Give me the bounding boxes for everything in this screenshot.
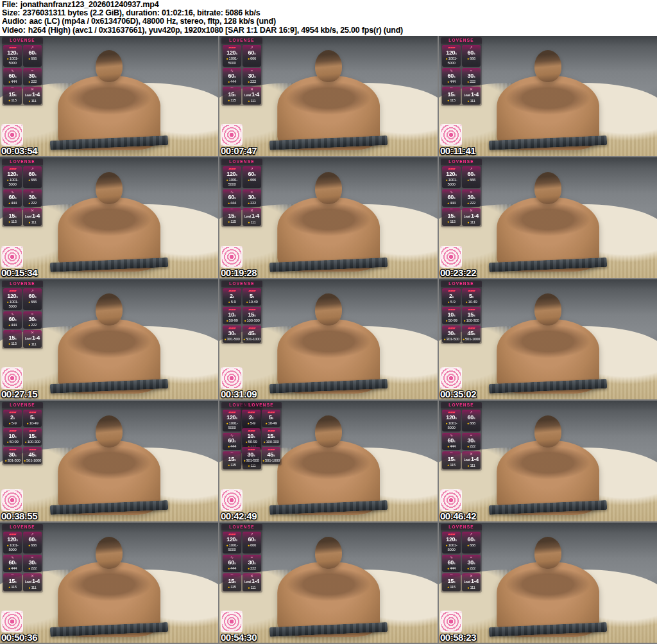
tip-menu-card: ↗60s● 666 [243, 166, 261, 188]
timestamp-label: 00:46:42 [440, 510, 476, 521]
token-dot-icon: ● [467, 566, 469, 570]
video-thumbnail[interactable]: 00:46:42 LOVENSE▰▰▰120s● 1001-5000↗60s● … [439, 401, 657, 521]
tip-token-range: ● 222 [23, 323, 42, 327]
tip-duration-value: 10s [442, 311, 461, 318]
tip-duration-value: 120s [223, 536, 241, 543]
video-thumbnail[interactable]: 00:07:47 LOVENSE▰▰▰120s● 1001-5000↗60s● … [219, 36, 438, 156]
token-dot-icon: ● [8, 98, 10, 102]
video-thumbnail[interactable]: 00:27:15 LOVENSE▰▰▰120s● 1001-5000↗60s● … [0, 279, 218, 399]
video-thumbnail[interactable]: 00:23:22 LOVENSE▰▰▰120s● 1001-5000↗60s● … [439, 157, 657, 277]
token-dot-icon: ● [447, 463, 449, 467]
video-thumbnail[interactable]: 00:38:55 LOVENSE▰▰▰2s● 5-9▰▰▰5s● 10-49▰▰… [0, 401, 218, 521]
tip-menu-card: ↗60s● 666 [23, 166, 42, 188]
tip-menu-card: ⌒15s● 115 [223, 573, 241, 591]
audio-label: Audio: [2, 17, 26, 26]
lovense-brand-label: LOVENSE [2, 524, 43, 530]
timestamp-label: 00:19:28 [221, 267, 257, 278]
tip-duration-value: 30s [462, 437, 481, 444]
tip-token-range: ● 1001-5000 [442, 57, 461, 65]
tip-duration-value: 15s [3, 213, 22, 220]
tip-token-range: ● 222 [23, 80, 42, 84]
video-thumbnail[interactable]: 00:50:36 LOVENSE▰▰▰120s● 1001-5000↗60s● … [0, 523, 218, 643]
tip-token-range: ● 301-500 [223, 337, 241, 342]
tip-menu-card: ∿60s● 444 [442, 433, 461, 450]
tip-token-range: ● 444 [223, 444, 241, 449]
token-dot-icon: ● [447, 220, 449, 223]
tip-menu-card: ✕Level1-4● 111 [243, 573, 261, 591]
video-thumbnail[interactable]: 00:15:34 LOVENSE▰▰▰120s● 1001-5000↗60s● … [0, 157, 218, 277]
token-dot-icon: ● [446, 318, 448, 322]
video-thumbnail[interactable]: 00:11:41 LOVENSE▰▰▰120s● 1001-5000↗60s● … [439, 36, 657, 156]
video-thumbnail[interactable]: 00:54:30 LOVENSE▰▰▰120s● 1001-5000↗60s● … [219, 523, 438, 643]
tip-duration-value: 30s [462, 194, 481, 201]
token-dot-icon: ● [447, 98, 449, 102]
person-head [96, 537, 123, 569]
tip-duration-value: 15s [442, 91, 461, 98]
thumbnail-grid: 00:03:54 LOVENSE▰▰▰120s● 1001-5000↗60s● … [0, 36, 657, 643]
token-dot-icon: ● [447, 444, 449, 448]
tip-token-range: ● 1001-5000 [223, 543, 241, 552]
tip-token-range: ● 301-500 [442, 337, 461, 342]
tip-token-range: ● 115 [442, 98, 461, 103]
tip-token-range: ● 100-300 [243, 318, 261, 323]
tip-token-range: ● 501-1000 [262, 458, 280, 463]
video-thumbnail[interactable]: 00:42:49 LOVENSE▰▰▰120s● 1001-5000↗60s● … [219, 401, 438, 521]
timestamp-label: 00:03:54 [1, 145, 37, 156]
tip-menu-card: ▰▰▰120s● 1001-5000 [3, 45, 22, 67]
token-dot-icon: ● [8, 566, 10, 570]
lovense-tip-menu: LOVENSE▰▰▰120s● 1001-5000↗60s● 666∿60s● … [221, 159, 262, 227]
tip-duration-value: 30s [442, 330, 461, 337]
video-thumbnail[interactable]: 00:03:54 LOVENSE▰▰▰120s● 1001-5000↗60s● … [0, 36, 218, 156]
token-dot-icon: ● [7, 57, 9, 60]
token-dot-icon: ● [467, 220, 469, 224]
tip-token-range: ● 100-300 [262, 440, 280, 444]
token-dot-icon: ● [467, 464, 469, 467]
tip-token-range: ● 111 [462, 220, 481, 225]
token-dot-icon: ● [446, 421, 448, 425]
tip-duration-value: 60s [462, 171, 481, 178]
token-dot-icon: ● [228, 566, 230, 570]
tip-token-range: ● 444 [3, 323, 22, 327]
tip-menu-card: ⌒15s● 115 [442, 451, 461, 469]
tip-token-range: ● 115 [3, 585, 22, 589]
tip-menu-card: ▰▰▰5s● 10-49 [243, 288, 261, 306]
tip-menu-cards: ▰▰▰2s● 5-9▰▰▰5s● 10-49▰▰▰10s● 50-99▰▰▰15… [2, 408, 43, 466]
tip-duration-value: Level1-4 [243, 578, 261, 586]
tip-duration-value: 120s [223, 171, 241, 178]
token-dot-icon: ● [246, 440, 248, 444]
lovense-brand-label: LOVENSE [2, 159, 43, 165]
tip-token-range: ● 115 [223, 98, 241, 103]
tip-menu-card: ▰▰▰15s● 100-300 [23, 428, 42, 446]
tip-menu-card: ⌒15s● 115 [223, 87, 241, 105]
tip-menu-card: ▰▰▰10s● 50-99 [442, 307, 461, 324]
tip-menu-card: ≈30s● 222 [462, 68, 481, 85]
token-dot-icon: ● [228, 300, 230, 304]
tip-menu-card: ∿60s● 444 [3, 555, 22, 572]
tip-duration-value: 30s [462, 559, 481, 566]
video-thumbnail[interactable]: 00:35:02 LOVENSE▰▰▰2s● 5-9▰▰▰5s● 10-49▰▰… [439, 279, 657, 399]
token-dot-icon: ● [467, 444, 469, 448]
tip-duration-value: Level1-4 [462, 91, 481, 99]
token-dot-icon: ● [266, 421, 268, 425]
video-thumbnail[interactable]: 00:31:09 LOVENSE▰▰▰2s● 5-9▰▰▰5s● 10-49▰▰… [219, 279, 438, 399]
token-dot-icon: ● [466, 300, 468, 304]
video-thumbnail[interactable]: 00:58:23 LOVENSE▰▰▰120s● 1001-5000↗60s● … [439, 523, 657, 643]
token-dot-icon: ● [226, 543, 228, 547]
token-dot-icon: ● [447, 80, 449, 83]
token-dot-icon: ● [7, 543, 9, 547]
tip-menu-card: ≈30s● 222 [23, 189, 42, 207]
video-info-line: Video:h264 (High) (avc1 / 0x31637661), y… [2, 26, 655, 35]
person-head [534, 172, 561, 204]
tip-menu-card: ∿60s● 444 [3, 311, 22, 329]
pink-watermark-stamp-icon [1, 367, 23, 389]
tip-menu-card: ∿60s● 444 [223, 433, 241, 450]
token-dot-icon: ● [28, 300, 30, 304]
token-dot-icon: ● [8, 201, 10, 205]
tip-duration-value: 60s [462, 49, 481, 57]
pink-watermark-stamp-icon [440, 611, 462, 632]
media-info-header: File:jonathanfranz123_202601240937.mp4 S… [0, 0, 657, 36]
tip-token-range: ● 222 [462, 444, 481, 449]
token-dot-icon: ● [8, 323, 10, 327]
video-thumbnail[interactable]: 00:19:28 LOVENSE▰▰▰120s● 1001-5000↗60s● … [219, 157, 438, 277]
token-dot-icon: ● [226, 178, 228, 182]
